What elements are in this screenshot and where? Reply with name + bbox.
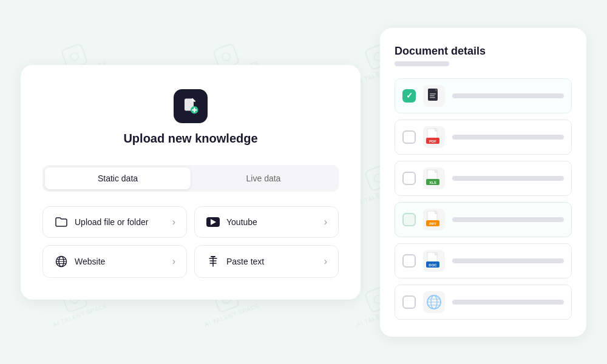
upload-card-title: Upload new knowledge <box>123 132 257 146</box>
paste-text-label: Paste text <box>226 257 264 266</box>
file-ppt-icon: PPT <box>426 211 443 229</box>
doc-item-text-bar-3 <box>452 176 564 181</box>
file-icon-wrapper-5: DOC <box>423 250 445 272</box>
doc-item: XLS <box>395 161 572 196</box>
youtube-icon <box>206 217 220 227</box>
checkbox-1[interactable] <box>402 89 416 103</box>
doc-item-text-bar-2 <box>452 135 564 140</box>
upload-file-option-left: Upload file or folder <box>54 217 148 228</box>
doc-list: PDF XLS <box>395 78 572 320</box>
options-grid: Upload file or folder › Youtube › <box>42 206 339 278</box>
youtube-option-left: Youtube <box>206 217 257 227</box>
file-xls-icon: XLS <box>426 169 443 187</box>
tab-static-data[interactable]: Static data <box>45 167 191 189</box>
file-globe-icon <box>426 294 443 311</box>
file-pdf-icon: PDF <box>426 128 443 146</box>
file-icon-wrapper-2: PDF <box>423 126 445 148</box>
upload-icon-wrapper <box>174 89 208 123</box>
doc-item <box>395 285 572 320</box>
file-icon-wrapper-1 <box>423 85 445 107</box>
youtube-button[interactable]: Youtube › <box>194 206 339 238</box>
doc-item: PDF <box>395 120 572 155</box>
website-button[interactable]: Website › <box>42 245 187 278</box>
upload-file-label: Upload file or folder <box>75 217 148 227</box>
website-option-left: Website <box>54 255 105 268</box>
doc-card: Document details <box>380 28 586 337</box>
paste-text-button[interactable]: Paste text › <box>194 245 339 278</box>
doc-subtitle-bar <box>395 61 449 66</box>
svg-text:XLS: XLS <box>429 181 436 184</box>
globe-icon <box>54 255 69 268</box>
file-icon-wrapper-4: PPT <box>423 209 445 231</box>
doc-item-text-bar-5 <box>452 258 564 263</box>
file-icon-wrapper-3: XLS <box>423 167 445 189</box>
doc-item: DOC <box>395 243 572 278</box>
svg-rect-7 <box>430 97 435 98</box>
svg-rect-6 <box>430 95 435 96</box>
file-icon-wrapper-6 <box>423 291 445 313</box>
svg-text:DOC: DOC <box>429 263 437 267</box>
youtube-label: Youtube <box>226 217 257 227</box>
checkbox-6[interactable] <box>402 295 416 309</box>
file-doc-dark-icon <box>426 87 443 104</box>
upload-file-button[interactable]: Upload file or folder › <box>42 206 187 238</box>
tab-live-data[interactable]: Live data <box>191 167 336 189</box>
chevron-right-icon: › <box>172 217 175 228</box>
document-plus-icon <box>181 97 200 115</box>
paste-text-option-left: Paste text <box>206 255 264 268</box>
doc-card-title: Document details <box>395 45 572 58</box>
folder-icon <box>54 217 69 228</box>
svg-text:PDF: PDF <box>429 140 436 143</box>
file-doc-blue-icon: DOC <box>426 252 443 270</box>
checkbox-4[interactable] <box>402 213 416 226</box>
doc-item <box>395 78 572 113</box>
chevron-right-icon-3: › <box>172 256 175 267</box>
website-label: Website <box>75 257 105 266</box>
tabs-container: Static data Live data <box>42 165 339 192</box>
doc-item-text-bar-4 <box>452 217 564 222</box>
chevron-right-icon-2: › <box>324 217 327 228</box>
checkbox-3[interactable] <box>402 172 416 185</box>
svg-text:PPT: PPT <box>429 222 436 226</box>
checkbox-5[interactable] <box>402 254 416 268</box>
card-header: Upload new knowledge <box>42 89 339 148</box>
doc-item: PPT <box>395 202 572 237</box>
checkbox-2[interactable] <box>402 130 416 144</box>
chevron-right-icon-4: › <box>324 256 327 267</box>
svg-rect-5 <box>430 93 436 95</box>
text-icon <box>206 255 220 268</box>
doc-item-text-bar-1 <box>452 93 564 98</box>
doc-item-text-bar-6 <box>452 300 564 305</box>
upload-card: Upload new knowledge Static data Live da… <box>21 65 361 300</box>
